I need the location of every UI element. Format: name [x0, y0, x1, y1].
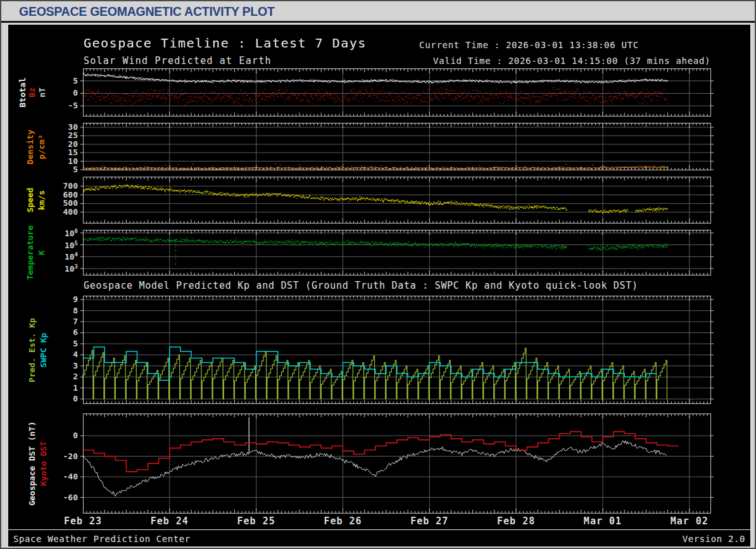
plot-kp [79, 296, 715, 404]
frame-speed [84, 177, 711, 224]
plot-panel: Geospace Timeline : Latest 7 Days Curren… [8, 24, 751, 547]
ytick-imf-5: 5 [8, 76, 78, 85]
x-label-mar-02: Mar 02 [671, 515, 709, 527]
ytick-temp-103: 103 [8, 263, 78, 274]
plot-imf [79, 68, 715, 117]
ytick-temp-106: 106 [8, 228, 78, 238]
window-titlebar: GEOSPACE GEOMAGNETIC ACTIVITY PLOT [1, 1, 755, 23]
frame-dst [84, 414, 711, 514]
axis-ticks [80, 123, 714, 170]
series-Bz [83, 87, 668, 106]
series-Temperature [83, 236, 668, 265]
ytick-kp-3: 3 [8, 361, 78, 370]
ytick-dst--40: -40 [8, 472, 78, 481]
window-title: GEOSPACE GEOMAGNETIC ACTIVITY PLOT [19, 4, 275, 19]
x-axis-labels: Feb 23Feb 24Feb 25Feb 26Feb 27Feb 28Mar … [8, 515, 750, 529]
panel-imf: BtotalBznT50-5 [8, 68, 750, 117]
ytick-kp-4: 4 [8, 350, 78, 359]
ytick-dst-0: 0 [8, 431, 78, 440]
panel-temp: TemperatureK106105104103 [8, 230, 750, 275]
plot-speed [79, 177, 715, 224]
series-Btotal [83, 73, 668, 83]
ytick-imf-0: 0 [8, 88, 78, 98]
series-Speed [83, 185, 668, 213]
panel-dst: Geospace DST (nT)Kyoto DST0-20-40-60 [8, 413, 750, 514]
series-Kyoto DST [83, 432, 679, 472]
ytick-kp-1: 1 [8, 383, 78, 393]
ytick-kp-5: 5 [8, 339, 78, 348]
ytick-temp-104: 104 [8, 251, 78, 262]
ytick-kp-0: 0 [8, 394, 78, 403]
ytick-kp-8: 8 [8, 306, 78, 315]
x-label-feb-28: Feb 28 [497, 515, 535, 527]
frame-density [84, 123, 711, 170]
ytick-kp-7: 7 [8, 317, 78, 326]
panel-kp: Pred. Est. KpSWPC Kp9876543210 [8, 296, 750, 404]
gridlines [83, 69, 711, 116]
x-label-feb-24: Feb 24 [151, 515, 189, 527]
axis-ticks [80, 69, 714, 116]
panel-density: Densityp/cm³30252015105 [8, 123, 750, 170]
x-label-mar-01: Mar 01 [584, 515, 622, 527]
ytick-kp-9: 9 [8, 294, 78, 304]
plot-dst [79, 413, 715, 514]
x-label-feb-23: Feb 23 [64, 515, 102, 527]
page: GEOSPACE GEOMAGNETIC ACTIVITY PLOT Geosp… [0, 0, 756, 549]
gridlines [83, 177, 711, 223]
footer-version: Version 2.0 [683, 534, 745, 544]
plot-footer: Space Weather Prediction Center Version … [8, 529, 750, 547]
ytick-speed-400: 400 [8, 207, 78, 217]
plot-temp [79, 230, 715, 275]
ytick-imf--5: -5 [8, 101, 78, 110]
x-label-feb-27: Feb 27 [410, 515, 448, 527]
gridlines [83, 123, 711, 170]
x-label-feb-25: Feb 25 [237, 515, 275, 527]
gridlines [83, 230, 711, 275]
panel-speed: Speedkm/s700600500400 [8, 177, 750, 224]
ytick-kp-2: 2 [8, 372, 78, 381]
ytick-dst--60: -60 [8, 493, 78, 502]
ytick-temp-105: 105 [8, 240, 78, 250]
footer-source: Space Weather Prediction Center [13, 534, 191, 544]
axis-ticks [80, 230, 714, 275]
charts-container: BtotalBznT50-5Densityp/cm³30252015105Spe… [8, 25, 750, 546]
plot-density [79, 123, 715, 170]
ytick-density-5: 5 [8, 165, 78, 174]
axis-ticks [80, 414, 714, 513]
x-label-feb-26: Feb 26 [324, 515, 362, 527]
gridlines [83, 414, 711, 513]
series-Geospace DST [83, 417, 667, 496]
frame-imf [84, 69, 711, 117]
axis-ticks [80, 177, 714, 223]
ytick-kp-6: 6 [8, 327, 78, 337]
ytick-dst--20: -20 [8, 451, 78, 461]
